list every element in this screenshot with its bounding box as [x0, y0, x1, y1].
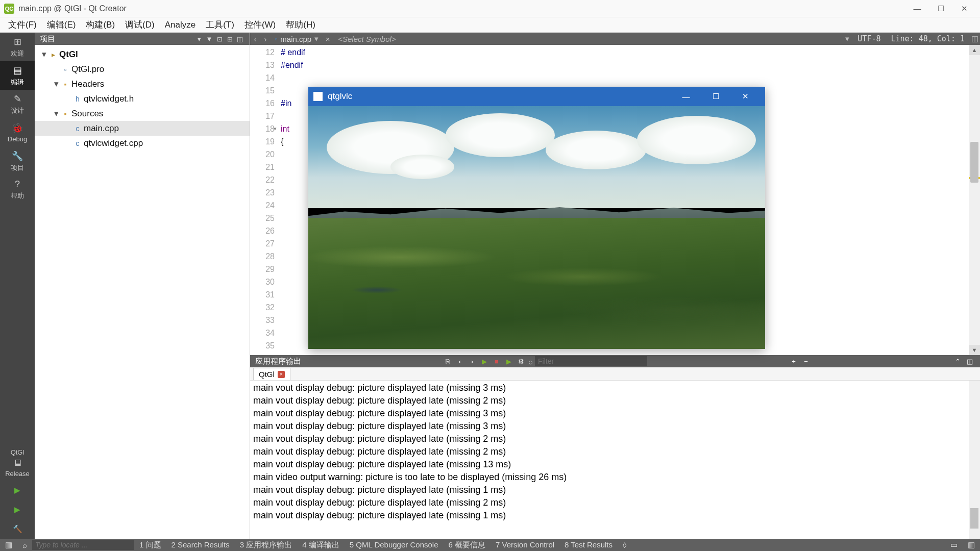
- nav-forward-button[interactable]: ›: [260, 35, 271, 43]
- mode-icon: ✎: [14, 93, 21, 105]
- kit-selector[interactable]: QtGl 🖥 Release: [0, 445, 35, 481]
- scroll-down-icon[interactable]: ▼: [969, 345, 980, 355]
- zoom-out-icon[interactable]: −: [801, 358, 811, 365]
- status-pane-button[interactable]: 5 QML Debugger Console: [345, 540, 444, 549]
- app-maximize-button[interactable]: ☐: [701, 87, 730, 106]
- play-icon[interactable]: ▶: [479, 358, 489, 365]
- output-console[interactable]: main vout display debug: picture display…: [250, 381, 980, 539]
- attach-icon[interactable]: ⎘: [443, 358, 453, 365]
- maximize-button[interactable]: ☐: [929, 0, 952, 17]
- dropdown-icon[interactable]: ▾: [194, 35, 204, 43]
- target-label: QtGl: [11, 448, 24, 456]
- encoding-label[interactable]: UTF-8: [852, 34, 886, 43]
- menu-item[interactable]: 控件(W): [239, 17, 281, 32]
- file-icon: c: [72, 124, 83, 133]
- output-scrollbar[interactable]: [969, 381, 980, 539]
- file-icon: ▪: [60, 110, 70, 118]
- run-button[interactable]: ▶: [0, 481, 35, 500]
- scroll-up-icon[interactable]: ▲: [969, 45, 980, 55]
- nav-back-button[interactable]: ‹: [250, 35, 260, 43]
- expand-icon[interactable]: ▾: [40, 49, 48, 60]
- status-pane-button[interactable]: 4 编译输出: [297, 540, 345, 549]
- expand-icon[interactable]: ▾: [52, 108, 60, 119]
- output-tab[interactable]: QtGl ×: [253, 368, 290, 380]
- locator-input[interactable]: [32, 540, 134, 550]
- minimize-button[interactable]: —: [905, 0, 929, 17]
- close-tab-icon[interactable]: ×: [278, 371, 285, 378]
- status-pane-button[interactable]: 2 Search Results: [166, 540, 235, 549]
- close-button[interactable]: ✕: [952, 0, 976, 17]
- running-app-window[interactable]: ▫ qtglvlc — ☐ ✕: [308, 87, 765, 349]
- chevron-icon[interactable]: ◊: [618, 541, 631, 549]
- split-editor-button[interactable]: ◫: [970, 34, 980, 43]
- status-pane-button[interactable]: 3 应用程序输出: [235, 540, 298, 549]
- output-line: main vout display debug: picture display…: [253, 382, 977, 394]
- add-icon[interactable]: ⊞: [225, 35, 234, 43]
- app-window-titlebar[interactable]: ▫ qtglvlc — ☐ ✕: [308, 87, 765, 106]
- status-pane-button[interactable]: 7 Version Control: [491, 540, 559, 549]
- mode-设计[interactable]: ✎设计: [0, 90, 35, 118]
- app-close-button[interactable]: ✕: [730, 87, 760, 106]
- tree-item[interactable]: hqtvlcwidget.h: [35, 91, 250, 106]
- window-titlebar: QC main.cpp @ QtGl - Qt Creator — ☐ ✕: [0, 0, 980, 17]
- tree-item[interactable]: ▾▪Sources: [35, 106, 250, 121]
- tree-item[interactable]: cqtvlcwidget.cpp: [35, 136, 250, 151]
- project-tree[interactable]: ▾▸QtGl▫QtGl.pro▾▪Headershqtvlcwidget.h▾▪…: [35, 45, 250, 539]
- menu-item[interactable]: 工具(T): [201, 17, 239, 32]
- scrollbar-thumb[interactable]: [970, 508, 978, 529]
- file-icon: h: [72, 95, 83, 103]
- status-pane-button[interactable]: 8 Test Results: [559, 540, 618, 549]
- filter-icon[interactable]: ▼: [205, 35, 214, 43]
- tree-item[interactable]: ▾▸QtGl: [35, 47, 250, 62]
- app-minimize-button[interactable]: —: [671, 87, 701, 106]
- rerun-icon[interactable]: ▶: [504, 358, 514, 365]
- mode-项目[interactable]: 🔧项目: [0, 147, 35, 176]
- open-file-selector[interactable]: ▫ main.cpp ▾: [271, 34, 323, 43]
- menu-item[interactable]: 文件(F): [3, 17, 42, 32]
- tree-item[interactable]: cmain.cpp: [35, 121, 250, 136]
- prev-icon[interactable]: ‹: [455, 358, 465, 365]
- zoom-in-icon[interactable]: +: [789, 358, 799, 365]
- mode-label: 设计: [11, 106, 24, 115]
- editor-toolbar: ‹ › ▫ main.cpp ▾ × <Select Symbol> ▾ UTF…: [250, 33, 980, 45]
- mode-Debug[interactable]: 🐞Debug: [0, 118, 35, 147]
- menu-item[interactable]: Analyze: [160, 18, 201, 32]
- symbol-selector[interactable]: <Select Symbol>: [333, 35, 401, 43]
- settings-icon[interactable]: ⚙: [516, 358, 526, 365]
- build-button[interactable]: 🔨: [0, 519, 35, 539]
- mode-label: Debug: [8, 135, 27, 143]
- menu-item[interactable]: 构建(B): [81, 17, 120, 32]
- output-pane-title: 应用程序输出: [255, 357, 301, 366]
- dropdown-icon[interactable]: ▾: [842, 34, 852, 43]
- collapse-icon[interactable]: ⌃: [952, 358, 963, 365]
- mode-帮助[interactable]: ?帮助: [0, 176, 35, 204]
- mode-欢迎[interactable]: ⊞欢迎: [0, 33, 35, 61]
- cursor-position-label[interactable]: Line: 48, Col: 1: [886, 34, 970, 43]
- menu-item[interactable]: 编辑(E): [42, 17, 81, 32]
- expand-icon[interactable]: ▾: [52, 79, 60, 89]
- status-pane-button[interactable]: 6 概要信息: [444, 540, 491, 549]
- tree-item[interactable]: ▫QtGl.pro: [35, 62, 250, 77]
- scrollbar-thumb[interactable]: [970, 142, 978, 183]
- status-pane-button[interactable]: 1 问题: [134, 540, 166, 549]
- progress-icon[interactable]: ▭: [945, 540, 963, 549]
- menu-item[interactable]: 调试(D): [120, 17, 160, 32]
- mode-编辑[interactable]: ▤编辑: [0, 61, 35, 90]
- next-icon[interactable]: ›: [467, 358, 477, 365]
- output-line: main video output warning: picture is to…: [253, 471, 977, 484]
- output-line: main vout display debug: picture display…: [253, 484, 977, 496]
- editor-scrollbar[interactable]: ▲ ▼: [969, 45, 980, 355]
- close-pane-icon[interactable]: ◫: [965, 358, 975, 365]
- close-document-button[interactable]: ×: [323, 35, 333, 43]
- file-icon: ▫: [60, 65, 70, 73]
- tree-item[interactable]: ▾▪Headers: [35, 77, 250, 91]
- toggle-sidebar-button[interactable]: ▥: [0, 540, 17, 549]
- mode-icon: ?: [15, 179, 20, 190]
- stop-icon[interactable]: ■: [492, 358, 502, 365]
- debug-run-button[interactable]: ▶: [0, 500, 35, 519]
- output-filter-input[interactable]: [535, 356, 647, 366]
- toggle-right-sidebar-button[interactable]: ▥: [963, 540, 980, 549]
- link-icon[interactable]: ⊡: [215, 35, 224, 43]
- menu-item[interactable]: 帮助(H): [281, 17, 321, 32]
- split-icon[interactable]: ◫: [235, 35, 244, 43]
